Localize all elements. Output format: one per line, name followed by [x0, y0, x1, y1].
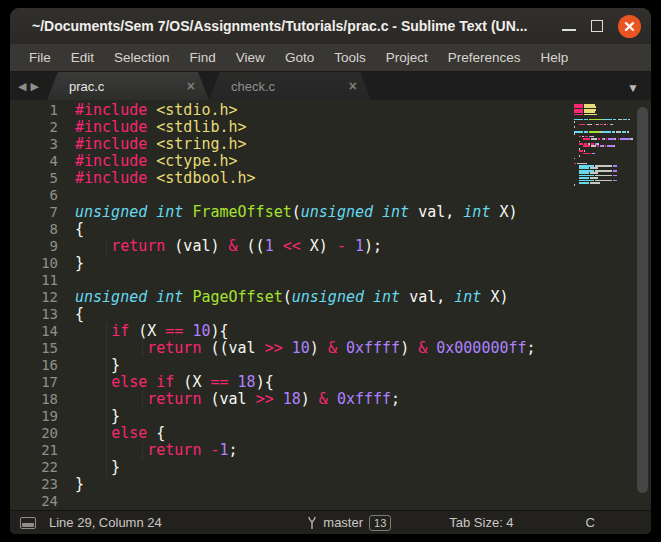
code-line[interactable]: 20 else {	[10, 425, 651, 442]
code-line[interactable]: 16 }	[10, 357, 651, 374]
minimap[interactable]	[574, 104, 630, 187]
tab-overflow-icon[interactable]: ▼	[627, 81, 639, 95]
indent-guide	[106, 425, 107, 442]
line-number[interactable]: 5	[10, 170, 58, 187]
code-line[interactable]: 13{	[10, 306, 651, 323]
tab-nav-back-icon[interactable]: ◀	[18, 80, 26, 93]
maximize-button[interactable]	[591, 20, 603, 32]
line-number[interactable]: 12	[10, 289, 58, 306]
scrollbar[interactable]	[637, 107, 648, 493]
code-line[interactable]: 18 return (val >> 18) & 0xffff;	[10, 391, 651, 408]
minimap-row	[574, 163, 630, 165]
line-number[interactable]: 13	[10, 306, 58, 323]
minimap-row	[574, 121, 630, 123]
editor[interactable]: 1#include <stdio.h>2#include <stdlib.h>3…	[10, 100, 651, 510]
tab-close-icon[interactable]: ×	[349, 79, 357, 93]
code-line[interactable]: 11	[10, 272, 651, 289]
menu-item-project[interactable]: Project	[376, 44, 438, 71]
code-line[interactable]: 3#include <string.h>	[10, 136, 651, 153]
titlebar[interactable]: ~/Documents/Sem 7/OS/Assignments/Tutoria…	[10, 8, 651, 44]
code-text: }	[75, 459, 120, 476]
code-line[interactable]: 7unsigned int FrameOffset(unsigned int v…	[10, 204, 651, 221]
line-number[interactable]: 7	[10, 204, 58, 221]
git-status[interactable]: master 13	[307, 515, 391, 531]
menu-item-tools[interactable]: Tools	[324, 44, 376, 71]
code-line[interactable]: 10}	[10, 255, 651, 272]
menu-item-preferences[interactable]: Preferences	[438, 44, 531, 71]
panel-toggle-icon[interactable]	[20, 517, 36, 529]
minimap-row	[574, 172, 630, 174]
code-text: unsigned int PageOffset(unsigned int val…	[75, 289, 509, 306]
line-number[interactable]: 3	[10, 136, 58, 153]
minimap-row	[574, 114, 630, 116]
tab-size-indicator[interactable]: Tab Size: 4	[449, 515, 513, 530]
tab-close-icon[interactable]: ×	[187, 79, 195, 93]
code-text: return (val >> 18) & 0xffff;	[75, 391, 400, 408]
minimize-button[interactable]	[562, 29, 576, 31]
line-number[interactable]: 6	[10, 187, 58, 204]
menu-item-help[interactable]: Help	[531, 44, 579, 71]
code-line[interactable]: 9 return (val) & ((1 << X) - 1);	[10, 238, 651, 255]
line-number[interactable]: 22	[10, 459, 58, 476]
line-number[interactable]: 16	[10, 357, 58, 374]
line-number[interactable]: 11	[10, 272, 58, 289]
code-text: }	[75, 476, 84, 493]
minimap-row	[574, 145, 630, 147]
code-text: #include <stdlib.h>	[75, 119, 247, 136]
line-number[interactable]: 2	[10, 119, 58, 136]
code-text: else if (X == 18){	[75, 374, 274, 391]
menu-item-file[interactable]: File	[19, 44, 61, 71]
line-number[interactable]: 9	[10, 238, 58, 255]
syntax-mode[interactable]: C	[586, 515, 595, 530]
line-number[interactable]: 8	[10, 221, 58, 238]
line-number[interactable]: 17	[10, 374, 58, 391]
line-number[interactable]: 18	[10, 391, 58, 408]
code-line[interactable]: 4#include <ctype.h>	[10, 153, 651, 170]
code-line[interactable]: 23}	[10, 476, 651, 493]
menubar: FileEditSelectionFindViewGotoToolsProjec…	[10, 44, 651, 72]
line-number[interactable]: 1	[10, 102, 58, 119]
code-line[interactable]: 5#include <stdbool.h>	[10, 170, 651, 187]
code-line[interactable]: 6	[10, 187, 651, 204]
menu-item-edit[interactable]: Edit	[61, 44, 104, 71]
minimap-row	[574, 116, 630, 118]
code-line[interactable]: 14 if (X == 10){	[10, 323, 651, 340]
tab-nav-forward-icon[interactable]: ▶	[30, 80, 38, 93]
minimap-row	[574, 136, 630, 138]
minimap-row	[574, 131, 630, 133]
line-number[interactable]: 15	[10, 340, 58, 357]
line-number[interactable]: 19	[10, 408, 58, 425]
code-line[interactable]: 22 }	[10, 459, 651, 476]
minimap-row	[574, 119, 630, 121]
menu-item-goto[interactable]: Goto	[275, 44, 324, 71]
code-line[interactable]: 24	[10, 493, 651, 510]
menu-item-view[interactable]: View	[226, 44, 275, 71]
code-line[interactable]: 2#include <stdlib.h>	[10, 119, 651, 136]
code-text: return (val) & ((1 << X) - 1);	[75, 238, 382, 255]
line-number[interactable]: 21	[10, 442, 58, 459]
code-line[interactable]: 19 }	[10, 408, 651, 425]
minimap-row	[574, 175, 630, 177]
close-icon: ✕	[623, 19, 636, 34]
minimap-row	[574, 128, 630, 130]
indent-guide	[106, 408, 107, 425]
code-text: if (X == 10){	[75, 323, 229, 340]
line-number[interactable]: 20	[10, 425, 58, 442]
line-number[interactable]: 4	[10, 153, 58, 170]
code-line[interactable]: 17 else if (X == 18){	[10, 374, 651, 391]
line-number[interactable]: 10	[10, 255, 58, 272]
line-number[interactable]: 24	[10, 493, 58, 510]
line-number[interactable]: 14	[10, 323, 58, 340]
code-line[interactable]: 12unsigned int PageOffset(unsigned int v…	[10, 289, 651, 306]
minimap-row	[574, 106, 630, 108]
tab-check.c[interactable]: check.c×	[209, 72, 371, 100]
code-line[interactable]: 8{	[10, 221, 651, 238]
menu-item-selection[interactable]: Selection	[104, 44, 180, 71]
line-number[interactable]: 23	[10, 476, 58, 493]
close-button[interactable]: ✕	[618, 15, 641, 38]
tab-prac.c[interactable]: prac.c×	[47, 72, 209, 100]
menu-item-find[interactable]: Find	[180, 44, 226, 71]
code-line[interactable]: 21 return -1;	[10, 442, 651, 459]
code-line[interactable]: 1#include <stdio.h>	[10, 102, 651, 119]
code-line[interactable]: 15 return ((val >> 10) & 0xffff) & 0x000…	[10, 340, 651, 357]
